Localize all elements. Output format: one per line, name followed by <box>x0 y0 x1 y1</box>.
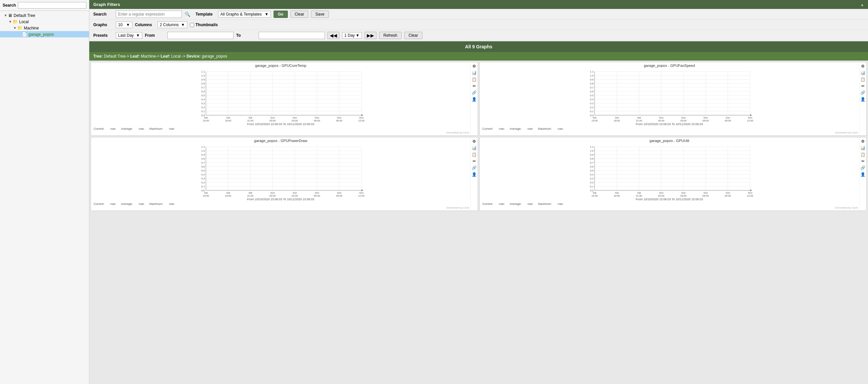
columns-dropdown[interactable]: 2 Columns ▼ <box>157 22 187 28</box>
template-dropdown[interactable]: All Graphs & Templates ▼ <box>218 11 271 18</box>
timespan-dropdown[interactable]: 1 Day ▼ <box>342 32 362 39</box>
graph-title-3: garage_popos - GPUUtil <box>481 139 858 143</box>
tree-item-local[interactable]: ▼ 📁 Local <box>0 19 89 25</box>
svg-text:0.5: 0.5 <box>590 169 594 172</box>
arrow-icon: ▼ <box>8 20 12 24</box>
graph-icon-3[interactable]: ✏ <box>860 83 866 89</box>
svg-text:Sat: Sat <box>248 116 252 119</box>
graph-icon-5[interactable]: 👤 <box>472 97 477 102</box>
graph-icons-panel-1: ⚙📊📋✏🔗👤 <box>859 62 866 136</box>
clear-button[interactable]: Clear <box>290 10 309 18</box>
search-icon[interactable]: 🔍 <box>185 11 190 17</box>
next-next-button[interactable]: ▶▶ <box>365 32 376 39</box>
presets-dropdown[interactable]: Last Day ▼ <box>116 32 142 39</box>
to-date-input[interactable]: 2020-10-11 15:06 <box>259 32 325 39</box>
graph-avg-val: -nan <box>138 127 144 130</box>
from-label: From <box>145 33 165 38</box>
svg-text:0.5: 0.5 <box>201 169 205 172</box>
graphs-filter-label: Graphs <box>93 23 113 27</box>
search-input[interactable] <box>18 2 86 9</box>
graph-icon-1[interactable]: 📊 <box>472 145 477 151</box>
graph-icon-3[interactable]: ✏ <box>472 83 477 89</box>
graph-current-label: Current: <box>94 127 104 130</box>
tree-label: Default Tree <box>13 13 35 18</box>
svg-text:18:00: 18:00 <box>614 119 620 122</box>
graph-icon-4[interactable]: 🔗 <box>472 90 477 95</box>
svg-text:0.9: 0.9 <box>201 153 205 156</box>
go-button[interactable]: Go <box>274 10 288 18</box>
thumbnails-label[interactable]: Thumbnails <box>190 23 218 27</box>
content-area: All 9 Graphs Tree: Default Tree-> Leaf: … <box>89 41 868 384</box>
svg-text:Sun: Sun <box>337 191 341 194</box>
filter-row-graphs: Graphs 10 ▼ Columns 2 Columns ▼ Thumbnai… <box>89 20 868 30</box>
search-label: Search <box>3 3 16 8</box>
graph-icon-5[interactable]: 👤 <box>860 172 866 177</box>
breadcrumb-leaf2-val: Local -> <box>172 54 186 59</box>
graph-icon-5[interactable]: 👤 <box>860 97 866 102</box>
tree-item-garage-popos[interactable]: 📄 garage_popos <box>0 31 89 37</box>
graph-icon-2[interactable]: 📋 <box>860 77 866 82</box>
graph-max-val: -nan <box>557 202 563 206</box>
filters-header: Graph Filters ▲ <box>89 0 868 9</box>
collapse-button[interactable]: ▲ <box>860 3 864 7</box>
svg-text:0.1: 0.1 <box>201 110 205 113</box>
graph-svg: 1.11.00.90.80.70.60.50.40.30.20.10.0Sat1… <box>481 144 858 197</box>
svg-text:1.0: 1.0 <box>201 149 205 152</box>
breadcrumb-tree-kw: Tree: <box>93 54 103 59</box>
presets-label: Presets <box>93 33 113 38</box>
graph-icon-2[interactable]: 📋 <box>472 152 477 157</box>
tree-label: Machine <box>24 26 39 30</box>
graph-icon-1[interactable]: 📊 <box>860 70 866 76</box>
svg-text:00:00: 00:00 <box>270 119 276 122</box>
tree-item-default-tree[interactable]: ▼ 🖥 Default Tree <box>0 12 89 19</box>
svg-text:0.6: 0.6 <box>590 90 594 93</box>
svg-text:21:00: 21:00 <box>247 194 253 197</box>
search-regex-input[interactable] <box>116 10 182 18</box>
svg-text:0.3: 0.3 <box>590 102 594 105</box>
svg-text:0.2: 0.2 <box>590 106 594 109</box>
graph-icon-0[interactable]: ⚙ <box>860 139 866 144</box>
graph-max-val: -nan <box>168 127 174 130</box>
svg-text:03:00: 03:00 <box>292 194 298 197</box>
graph-icon-0[interactable]: ⚙ <box>860 64 866 69</box>
graph-current-val: -nan <box>498 127 504 130</box>
svg-text:Sun: Sun <box>748 116 752 119</box>
thumbnails-checkbox[interactable] <box>190 23 194 27</box>
graph-avg-val: -nan <box>527 202 533 206</box>
folder-icon: 📁 <box>12 19 18 24</box>
save-button[interactable]: Save <box>311 10 329 18</box>
graph-icon-3[interactable]: ✏ <box>472 158 477 164</box>
tree-item-machine[interactable]: ▼ 📁 Machine <box>0 25 89 31</box>
refresh-button[interactable]: Refresh <box>379 32 402 39</box>
svg-text:Sun: Sun <box>270 116 275 119</box>
graphs-count-dropdown[interactable]: 10 ▼ <box>116 22 132 28</box>
graph-icon-1[interactable]: 📊 <box>472 70 477 76</box>
graph-icon-4[interactable]: 🔗 <box>860 165 866 171</box>
prev-prev-button[interactable]: ◀◀ <box>328 32 339 39</box>
svg-text:1.0: 1.0 <box>590 74 594 77</box>
graph-svg: 1.11.00.90.80.70.60.50.40.30.20.10.0Sat1… <box>92 69 469 122</box>
svg-text:1.1: 1.1 <box>201 70 205 73</box>
svg-text:0.8: 0.8 <box>590 82 594 85</box>
graph-max-label: Maximum: <box>538 127 552 130</box>
svg-text:Sun: Sun <box>292 116 297 119</box>
graph-icon-3[interactable]: ✏ <box>860 158 866 164</box>
svg-text:09:00: 09:00 <box>336 194 342 197</box>
graph-icon-2[interactable]: 📋 <box>860 152 866 157</box>
graph-icon-4[interactable]: 🔗 <box>472 165 477 171</box>
folder-icon: 📁 <box>17 26 23 30</box>
graphs-count-value: 10 <box>118 23 122 27</box>
graph-icon-1[interactable]: 📊 <box>860 145 866 151</box>
graph-icon-2[interactable]: 📋 <box>472 77 477 82</box>
graph-icons-panel-0: ⚙📊📋✏🔗👤 <box>470 62 478 136</box>
graph-icon-0[interactable]: ⚙ <box>472 139 477 144</box>
graph-area-3: 1.11.00.90.80.70.60.50.40.30.20.10.0Sat1… <box>481 144 858 197</box>
svg-text:Sun: Sun <box>704 191 708 194</box>
graph-icon-0[interactable]: ⚙ <box>472 64 477 69</box>
from-date-input[interactable]: 2020-10-10 15:06 <box>167 32 234 39</box>
graph-icon-5[interactable]: 👤 <box>472 172 477 177</box>
svg-text:0.9: 0.9 <box>590 78 594 81</box>
svg-text:Sun: Sun <box>270 191 275 194</box>
graph-icon-4[interactable]: 🔗 <box>860 90 866 95</box>
clear2-button[interactable]: Clear <box>404 32 423 39</box>
